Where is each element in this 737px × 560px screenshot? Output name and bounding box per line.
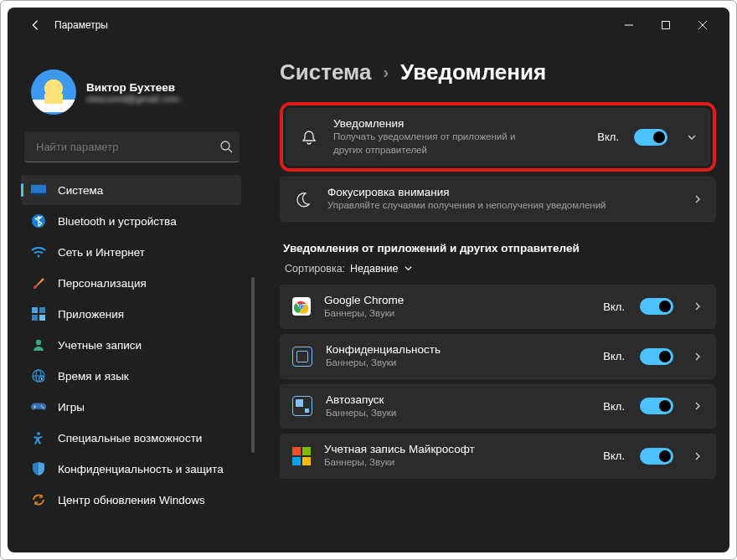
sidebar-item-bluetooth[interactable]: Bluetooth и устройства [21,206,241,236]
svg-rect-7 [39,307,45,313]
sidebar-item-label: Приложения [58,308,124,321]
sidebar: Виктор Бухтеев obscured@gmail.com Систем… [8,43,255,552]
maximize-button[interactable] [647,12,684,39]
profile-name: Виктор Бухтеев [86,81,179,94]
sidebar-item-apps[interactable]: Приложения [21,299,241,329]
search-icon [219,140,233,153]
sidebar-item-update[interactable]: Центр обновления Windows [21,485,241,515]
sidebar-scrollbar[interactable] [251,277,255,453]
app-name: Автозапуск [326,393,590,406]
svg-rect-0 [662,22,670,29]
svg-rect-3 [31,193,46,196]
avatar [31,69,76,115]
focus-assist-card[interactable]: Фокусировка внимания Управляйте случаями… [280,177,716,222]
svg-point-5 [38,255,40,258]
bell-icon [300,128,318,146]
titlebar: Параметры [8,8,729,43]
back-button[interactable] [29,19,41,31]
sort-value: Недавние [350,263,398,275]
search-box[interactable] [24,131,240,162]
sidebar-item-label: Игры [58,401,85,414]
chevron-down-icon[interactable] [686,131,698,143]
sidebar-item-network[interactable]: Сеть и Интернет [21,237,241,267]
card-subtitle: Получать уведомления от приложений и дру… [333,131,518,157]
app-notification-row[interactable]: Конфиденциальность Баннеры, Звуки Вкл. [280,334,716,379]
svg-point-10 [36,340,41,345]
sidebar-item-label: Центр обновления Windows [58,494,205,506]
shield-icon [31,461,46,476]
svg-rect-8 [32,315,38,321]
sort-selector[interactable]: Сортировка: Недавние [285,263,716,275]
games-icon [31,399,46,414]
card-title: Фокусировка внимания [327,186,678,198]
profile-email: obscured@gmail.com [86,94,179,104]
app-sub: Баннеры, Звуки [324,456,590,470]
toggle-state: Вкл. [597,131,619,143]
app-notification-row[interactable]: Учетная запись Майкрософт Баннеры, Звуки… [280,434,716,479]
sidebar-item-accessibility[interactable]: Специальные возможности [21,423,241,453]
sidebar-item-privacy[interactable]: Конфиденциальность и защита [21,454,241,484]
svg-point-1 [221,141,229,150]
card-title: Уведомления [333,117,584,130]
wifi-icon [31,244,46,259]
app-toggle[interactable] [640,398,673,414]
svg-point-14 [41,405,43,407]
app-toggle[interactable] [640,348,673,365]
sidebar-item-label: Специальные возможности [58,432,202,444]
nav: Система Bluetooth и устройства Сеть и Ин… [16,174,246,522]
notifications-toggle-card[interactable]: Уведомления Получать уведомления от прил… [286,108,710,166]
sidebar-item-system[interactable]: Система [21,175,241,205]
profile[interactable]: Виктор Бухтеев obscured@gmail.com [16,43,246,130]
app-sub: Баннеры, Звуки [326,357,590,370]
apps-icon [31,306,46,321]
app-notification-row[interactable]: Автозапуск Баннеры, Звуки Вкл. [280,384,716,429]
minimize-button[interactable] [611,12,647,39]
bluetooth-icon [31,213,46,229]
app-name: Учетная запись Майкрософт [324,443,590,455]
notifications-toggle[interactable] [634,129,667,146]
app-toggle[interactable] [640,298,673,315]
app-sub: Баннеры, Звуки [326,407,590,420]
chevron-down-icon [404,264,413,273]
app-notification-row[interactable]: Google Chrome Баннеры, Звуки Вкл. [280,285,716,330]
microsoft-icon [292,447,311,465]
svg-point-15 [43,407,44,408]
close-button[interactable] [684,12,721,39]
chevron-right-icon[interactable] [692,193,704,205]
chrome-icon [292,297,311,316]
chevron-right-icon[interactable] [692,301,704,312]
update-icon [31,492,46,507]
sidebar-item-label: Учетные записи [58,339,142,352]
autorun-icon [292,396,312,416]
sidebar-item-label: Сеть и Интернет [58,246,145,259]
svg-rect-9 [39,315,45,321]
sidebar-item-label: Система [58,184,103,197]
chevron-right-icon[interactable] [692,400,704,412]
app-toggle[interactable] [640,448,673,465]
sidebar-item-time[interactable]: Время и язык [21,361,241,391]
globe-icon [31,368,46,383]
sidebar-item-games[interactable]: Игры [21,392,241,422]
breadcrumb-root[interactable]: Система [280,59,371,85]
card-subtitle: Управляйте случаями получения и неполуче… [327,199,678,213]
svg-point-16 [37,432,40,435]
sidebar-item-label: Время и язык [58,370,129,383]
sidebar-item-label: Персонализация [58,277,147,290]
sort-label: Сортировка: [285,263,345,275]
sidebar-item-personalization[interactable]: Персонализация [21,268,241,298]
breadcrumb: Система › Уведомления [280,59,716,85]
app-name: Google Chrome [324,294,590,306]
chevron-right-icon[interactable] [692,351,704,362]
chevron-right-icon[interactable] [692,450,704,462]
toggle-state: Вкл. [603,400,625,413]
sidebar-item-label: Конфиденциальность и защита [58,463,224,475]
search-input[interactable] [34,140,219,154]
window-title: Параметры [54,19,108,31]
sidebar-item-accounts[interactable]: Учетные записи [21,330,241,360]
toggle-state: Вкл. [603,450,625,462]
svg-point-20 [300,305,303,308]
page-title: Уведомления [400,59,546,85]
access-icon [31,430,46,445]
svg-rect-6 [32,307,38,313]
chevron-right-icon: › [383,63,389,82]
